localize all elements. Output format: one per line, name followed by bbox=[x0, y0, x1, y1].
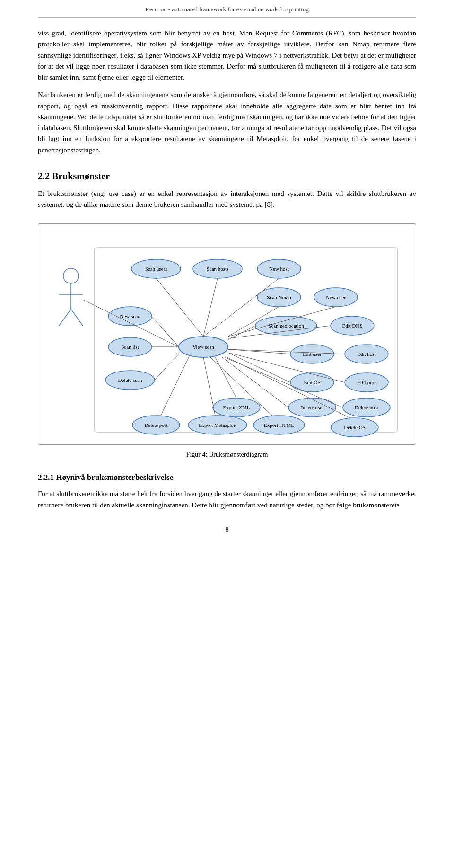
svg-line-70 bbox=[203, 357, 215, 416]
svg-text:Export HTML: Export HTML bbox=[264, 422, 294, 428]
svg-text:New user: New user bbox=[326, 294, 346, 300]
diagram-container: Scan users Scan hosts New host Scan Nmap… bbox=[38, 223, 416, 445]
svg-line-63 bbox=[228, 353, 290, 382]
subsection-number: 2.2.1 bbox=[38, 473, 54, 482]
svg-text:Edit host: Edit host bbox=[357, 351, 375, 357]
page: Reccoon - automated framework for extern… bbox=[0, 0, 454, 868]
svg-line-51 bbox=[156, 278, 203, 337]
svg-line-56 bbox=[155, 354, 179, 380]
svg-line-52 bbox=[203, 278, 218, 337]
subsection-heading: 2.2.1 Høynivå bruksmønsterbeskrivelse bbox=[38, 471, 416, 484]
subsection-text: For at sluttbrukeren ikke må starte helt… bbox=[38, 488, 416, 511]
svg-text:Scan Nmap: Scan Nmap bbox=[267, 294, 291, 300]
section-number: 2.2 bbox=[38, 171, 50, 181]
svg-text:Edit port: Edit port bbox=[358, 380, 376, 385]
use-case-diagram: Scan users Scan hosts New host Scan Nmap… bbox=[47, 233, 407, 437]
svg-text:View scan: View scan bbox=[192, 344, 214, 350]
svg-point-0 bbox=[63, 268, 79, 283]
figure-caption: Figur 4: Bruksmønsterdiagram bbox=[38, 450, 416, 460]
svg-text:New host: New host bbox=[269, 266, 289, 272]
section-heading: 2.2 Bruksmønster bbox=[38, 169, 416, 184]
svg-text:Delete port: Delete port bbox=[144, 422, 167, 428]
svg-text:Edit DNS: Edit DNS bbox=[342, 323, 362, 328]
svg-text:Scan hosts: Scan hosts bbox=[207, 266, 229, 272]
subsection-title: Høynivå bruksmønsterbeskrivelse bbox=[56, 473, 173, 482]
svg-text:Scan users: Scan users bbox=[145, 266, 167, 272]
section-title: Bruksmønster bbox=[52, 171, 110, 181]
header-title: Reccoon - automated framework for extern… bbox=[145, 6, 308, 13]
paragraph-1: viss grad, identifisere operativsystem s… bbox=[38, 28, 416, 83]
svg-line-4 bbox=[71, 309, 83, 326]
svg-text:Edit user: Edit user bbox=[303, 351, 322, 357]
section-intro: Et bruktsmønster (eng: use case) er en e… bbox=[38, 188, 416, 211]
page-number: 8 bbox=[38, 525, 416, 535]
svg-line-69 bbox=[161, 356, 189, 416]
paragraph-2: Når brukeren er ferdig med de skanningen… bbox=[38, 89, 416, 156]
svg-text:Delete user: Delete user bbox=[300, 405, 324, 410]
svg-line-54 bbox=[152, 316, 179, 347]
svg-text:Export XML: Export XML bbox=[223, 405, 250, 410]
svg-text:Delete OS: Delete OS bbox=[344, 425, 366, 430]
svg-text:Export Metasploit: Export Metasploit bbox=[199, 422, 236, 428]
svg-text:Scan list: Scan list bbox=[121, 344, 139, 350]
svg-text:Edit OS: Edit OS bbox=[304, 380, 320, 385]
svg-text:Delete scan: Delete scan bbox=[118, 377, 142, 383]
svg-line-3 bbox=[59, 309, 71, 326]
page-header: Reccoon - automated framework for extern… bbox=[38, 0, 416, 18]
svg-line-67 bbox=[215, 357, 236, 398]
svg-text:Delete host: Delete host bbox=[355, 405, 378, 410]
svg-text:New scan: New scan bbox=[120, 313, 140, 319]
